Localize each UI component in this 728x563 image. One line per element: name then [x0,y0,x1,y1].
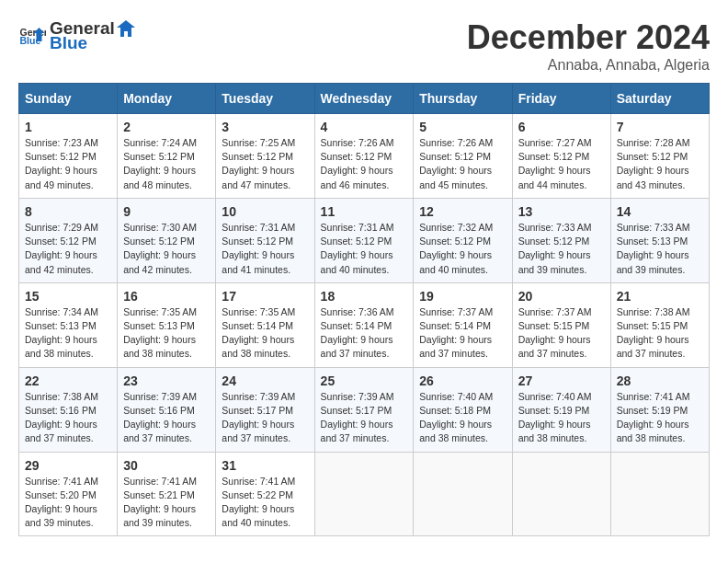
day-number: 2 [123,120,210,134]
day-number: 31 [222,458,308,473]
calendar-cell: 19Sunrise: 7:37 AMSunset: 5:14 PMDayligh… [414,282,512,367]
calendar-cell: 15Sunrise: 7:34 AMSunset: 5:13 PMDayligh… [19,282,118,367]
day-number: 9 [123,204,210,219]
col-header-wednesday: Wednesday [314,84,414,114]
day-info: Sunrise: 7:38 AMSunset: 5:16 PMDaylight:… [25,390,111,446]
calendar-week-row: 29Sunrise: 7:41 AMSunset: 5:20 PMDayligh… [19,452,710,536]
calendar-cell: 5Sunrise: 7:26 AMSunset: 5:12 PMDaylight… [414,114,512,199]
calendar-cell: 11Sunrise: 7:31 AMSunset: 5:12 PMDayligh… [314,198,414,282]
day-info: Sunrise: 7:39 AMSunset: 5:16 PMDaylight:… [123,390,210,446]
calendar-cell: 30Sunrise: 7:41 AMSunset: 5:21 PMDayligh… [118,452,216,536]
location: Annaba, Annaba, Algeria [467,57,710,74]
calendar-header-row: SundayMondayTuesdayWednesdayThursdayFrid… [19,84,710,114]
calendar-cell: 21Sunrise: 7:38 AMSunset: 5:15 PMDayligh… [610,282,709,367]
day-number: 10 [222,204,308,219]
calendar-cell: 10Sunrise: 7:31 AMSunset: 5:12 PMDayligh… [216,198,314,282]
col-header-monday: Monday [118,84,216,114]
logo: General Blue General Blue [18,18,137,53]
day-number: 14 [617,204,703,219]
day-number: 1 [25,120,111,134]
calendar-cell: 12Sunrise: 7:32 AMSunset: 5:12 PMDayligh… [414,198,512,282]
day-number: 29 [25,458,111,473]
col-header-tuesday: Tuesday [216,84,314,114]
day-number: 6 [518,120,605,134]
calendar-cell: 3Sunrise: 7:25 AMSunset: 5:12 PMDaylight… [216,114,314,199]
day-info: Sunrise: 7:39 AMSunset: 5:17 PMDaylight:… [222,390,308,446]
day-info: Sunrise: 7:31 AMSunset: 5:12 PMDaylight:… [222,221,308,277]
calendar-cell: 27Sunrise: 7:40 AMSunset: 5:19 PMDayligh… [512,367,610,452]
calendar-cell: 6Sunrise: 7:27 AMSunset: 5:12 PMDaylight… [512,114,610,199]
calendar-cell: 29Sunrise: 7:41 AMSunset: 5:20 PMDayligh… [19,452,118,536]
svg-text:Blue: Blue [20,35,41,46]
day-info: Sunrise: 7:41 AMSunset: 5:19 PMDaylight:… [617,390,703,446]
col-header-sunday: Sunday [19,84,118,114]
day-info: Sunrise: 7:39 AMSunset: 5:17 PMDaylight:… [321,390,408,446]
calendar-cell: 28Sunrise: 7:41 AMSunset: 5:19 PMDayligh… [610,367,709,452]
day-number: 8 [25,204,111,219]
day-info: Sunrise: 7:37 AMSunset: 5:14 PMDaylight:… [419,305,506,362]
page-header: General Blue General Blue December 2024 … [18,18,710,74]
calendar-cell: 13Sunrise: 7:33 AMSunset: 5:12 PMDayligh… [512,198,610,282]
day-info: Sunrise: 7:25 AMSunset: 5:12 PMDaylight:… [222,136,308,192]
day-number: 21 [617,289,703,304]
day-info: Sunrise: 7:29 AMSunset: 5:12 PMDaylight:… [25,221,111,277]
title-block: December 2024 Annaba, Annaba, Algeria [467,18,710,74]
calendar-cell [414,452,512,536]
calendar-cell [512,452,610,536]
calendar-week-row: 15Sunrise: 7:34 AMSunset: 5:13 PMDayligh… [19,282,710,367]
calendar-week-row: 8Sunrise: 7:29 AMSunset: 5:12 PMDaylight… [19,198,710,282]
day-number: 5 [419,120,506,134]
day-info: Sunrise: 7:23 AMSunset: 5:12 PMDaylight:… [25,136,111,192]
day-number: 27 [518,373,605,388]
day-number: 17 [222,289,308,304]
logo-arrow-icon [117,18,137,39]
col-header-thursday: Thursday [414,84,512,114]
day-info: Sunrise: 7:40 AMSunset: 5:18 PMDaylight:… [419,390,506,446]
calendar-cell: 26Sunrise: 7:40 AMSunset: 5:18 PMDayligh… [414,367,512,452]
day-info: Sunrise: 7:38 AMSunset: 5:15 PMDaylight:… [617,305,703,362]
day-number: 26 [419,373,506,388]
calendar-cell: 16Sunrise: 7:35 AMSunset: 5:13 PMDayligh… [118,282,216,367]
day-info: Sunrise: 7:26 AMSunset: 5:12 PMDaylight:… [321,136,408,192]
calendar-cell: 1Sunrise: 7:23 AMSunset: 5:12 PMDaylight… [19,114,118,199]
day-info: Sunrise: 7:30 AMSunset: 5:12 PMDaylight:… [123,221,210,277]
calendar-table: SundayMondayTuesdayWednesdayThursdayFrid… [18,83,710,536]
day-info: Sunrise: 7:41 AMSunset: 5:21 PMDaylight:… [123,475,210,531]
calendar-cell: 8Sunrise: 7:29 AMSunset: 5:12 PMDaylight… [19,198,118,282]
day-info: Sunrise: 7:31 AMSunset: 5:12 PMDaylight:… [321,221,408,277]
calendar-cell: 4Sunrise: 7:26 AMSunset: 5:12 PMDaylight… [314,114,414,199]
calendar-week-row: 22Sunrise: 7:38 AMSunset: 5:16 PMDayligh… [19,367,710,452]
calendar-cell [314,452,414,536]
day-number: 15 [25,289,111,304]
day-number: 28 [617,373,703,388]
calendar-week-row: 1Sunrise: 7:23 AMSunset: 5:12 PMDaylight… [19,114,710,199]
logo-icon: General Blue [18,22,46,50]
day-number: 16 [123,289,210,304]
day-info: Sunrise: 7:40 AMSunset: 5:19 PMDaylight:… [518,390,605,446]
day-number: 20 [518,289,605,304]
day-info: Sunrise: 7:36 AMSunset: 5:14 PMDaylight:… [321,305,408,362]
calendar-cell: 23Sunrise: 7:39 AMSunset: 5:16 PMDayligh… [118,367,216,452]
month-title: December 2024 [467,18,710,57]
calendar-cell: 9Sunrise: 7:30 AMSunset: 5:12 PMDaylight… [118,198,216,282]
day-number: 12 [419,204,506,219]
day-info: Sunrise: 7:37 AMSunset: 5:15 PMDaylight:… [518,305,605,362]
calendar-cell: 31Sunrise: 7:41 AMSunset: 5:22 PMDayligh… [216,452,314,536]
svg-marker-3 [117,20,135,37]
day-number: 23 [123,373,210,388]
day-number: 18 [321,289,408,304]
day-number: 25 [321,373,408,388]
day-number: 19 [419,289,506,304]
calendar-cell [610,452,709,536]
day-info: Sunrise: 7:34 AMSunset: 5:13 PMDaylight:… [25,305,111,362]
col-header-saturday: Saturday [610,84,709,114]
day-info: Sunrise: 7:33 AMSunset: 5:12 PMDaylight:… [518,221,605,277]
day-number: 11 [321,204,408,219]
calendar-cell: 18Sunrise: 7:36 AMSunset: 5:14 PMDayligh… [314,282,414,367]
day-number: 24 [222,373,308,388]
day-info: Sunrise: 7:26 AMSunset: 5:12 PMDaylight:… [419,136,506,192]
day-info: Sunrise: 7:28 AMSunset: 5:12 PMDaylight:… [617,136,703,192]
calendar-cell: 2Sunrise: 7:24 AMSunset: 5:12 PMDaylight… [118,114,216,199]
calendar-cell: 25Sunrise: 7:39 AMSunset: 5:17 PMDayligh… [314,367,414,452]
day-info: Sunrise: 7:41 AMSunset: 5:22 PMDaylight:… [222,475,308,531]
